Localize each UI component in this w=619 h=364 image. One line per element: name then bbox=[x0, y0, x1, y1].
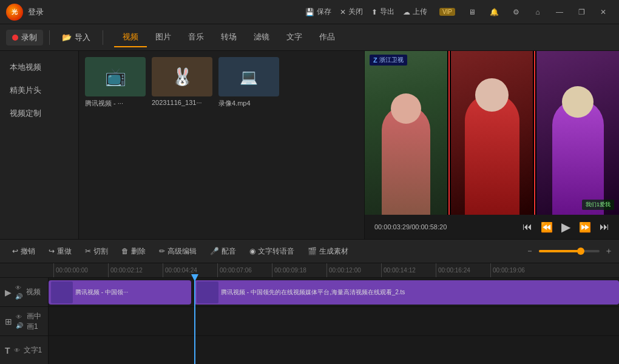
skip-to-end-button[interactable]: ⏭ bbox=[600, 221, 609, 232]
preview-watermark-text: 我们1爱我 bbox=[582, 200, 614, 210]
timeline-area: 00:00:00:00 00:00:02:12 00:00:04:24 00:0… bbox=[0, 263, 619, 364]
ruler-mark-3: 00:00:07:06 bbox=[217, 263, 272, 278]
ruler-mark-8: 00:00:19:06 bbox=[490, 263, 545, 278]
volume-decrease-icon[interactable]: － bbox=[526, 246, 534, 257]
video-clip-thumb-2 bbox=[197, 281, 218, 303]
file-actions: 💾 保存 ✕ 关闭 ⬆ 导出 ☁ 上传 bbox=[305, 7, 427, 17]
left-panel: 本地视频 精美片头 视频定制 bbox=[0, 51, 79, 239]
speech-icon: ◉ bbox=[249, 247, 255, 255]
tab-filter[interactable]: 滤镜 bbox=[245, 28, 278, 47]
ruler-mark-1: 00:00:02:12 bbox=[108, 263, 163, 278]
video-clip-1[interactable]: 腾讯视频 - 中国领··· bbox=[49, 280, 191, 305]
tab-music[interactable]: 音乐 bbox=[180, 28, 212, 47]
track-text-name: 文字1 bbox=[24, 345, 42, 356]
track-video-eye-icon[interactable]: 👁 bbox=[15, 285, 22, 291]
speech-to-text-button[interactable]: ◉ 文字转语音 bbox=[243, 244, 300, 259]
text-track-icon: T bbox=[5, 346, 10, 356]
win-minimize-button[interactable]: — bbox=[550, 4, 569, 21]
record-button[interactable]: 录制 bbox=[6, 30, 43, 46]
tab-video[interactable]: 视频 bbox=[114, 28, 147, 47]
media-item-1[interactable]: 🐰 20231116_131··· bbox=[152, 57, 212, 108]
person-head-1 bbox=[391, 93, 421, 124]
save-button[interactable]: 💾 保存 bbox=[305, 7, 331, 17]
video-clip-thumb-1 bbox=[51, 281, 73, 303]
volume-increase-icon[interactable]: ＋ bbox=[604, 246, 613, 257]
left-item-premium[interactable]: 精美片头 bbox=[0, 79, 78, 102]
dub-button[interactable]: 🎤 配音 bbox=[204, 244, 242, 259]
media-thumb-0: 📺 bbox=[85, 57, 146, 96]
ruler-mark-4: 00:00:09:18 bbox=[272, 263, 326, 278]
win-home-icon[interactable]: ⌂ bbox=[528, 4, 547, 21]
track-text-eye-icon[interactable]: 👁 bbox=[14, 347, 20, 354]
playhead[interactable] bbox=[194, 278, 195, 364]
track-pip-controls: 👁 🔊 bbox=[16, 314, 23, 329]
video-clip-2[interactable]: 腾讯视频 - 中国领先的在线视频媒体平台,海量高清视频在线观看_2.ts bbox=[194, 280, 619, 305]
cut-button[interactable]: ✂ 切割 bbox=[79, 244, 114, 259]
skip-to-start-button[interactable]: ⏮ bbox=[523, 221, 532, 232]
undo-button[interactable]: ↩ 撤销 bbox=[6, 244, 41, 259]
ruler-mark-7: 00:00:16:24 bbox=[436, 263, 490, 278]
export-button[interactable]: ⬆ 导出 bbox=[371, 7, 394, 17]
person-body-2 bbox=[465, 93, 519, 215]
media-thumb-2: 💻 bbox=[218, 57, 279, 96]
play-button[interactable]: ▶ bbox=[561, 220, 570, 234]
preview-controls: 00:00:03:29/00:00:58:20 ⏮ ⏪ ▶ ⏩ ⏭ bbox=[365, 215, 619, 239]
preview-mosaic: Z 浙江卫视 bbox=[365, 51, 619, 215]
timeline-ruler: 00:00:00:00 00:00:02:12 00:00:04:24 00:0… bbox=[0, 263, 619, 278]
import-button[interactable]: 📂 导入 bbox=[56, 30, 96, 46]
generate-icon: 🎬 bbox=[308, 247, 317, 255]
person-head-2 bbox=[475, 78, 509, 112]
redo-button[interactable]: ↪ 重做 bbox=[42, 244, 78, 259]
track-video-controls: 👁 🔊 bbox=[15, 285, 22, 300]
track-text: T 👁 文字1 bbox=[0, 336, 619, 364]
win-monitor-icon[interactable]: 🖥 bbox=[462, 4, 482, 21]
left-item-local[interactable]: 本地视频 bbox=[0, 56, 78, 79]
delete-button[interactable]: 🗑 删除 bbox=[115, 244, 152, 259]
generate-material-button[interactable]: 🎬 生成素材 bbox=[302, 244, 354, 259]
person-head-3 bbox=[562, 86, 594, 118]
tab-works[interactable]: 作品 bbox=[311, 28, 343, 47]
app-title: 登录 bbox=[28, 7, 44, 18]
pip-track-icon: ⊞ bbox=[5, 317, 12, 326]
title-bar-left: 光 登录 bbox=[6, 4, 44, 21]
step-back-button[interactable]: ⏪ bbox=[541, 221, 553, 233]
track-video: ▶ 👁 🔊 视频 腾讯视频 - 中国领··· 腾讯视频 - 中国领先的在线视频媒… bbox=[0, 278, 619, 307]
close-button[interactable]: ✕ 关闭 bbox=[340, 7, 363, 17]
upload-button[interactable]: ☁ 上传 bbox=[403, 7, 427, 17]
playback-controls: ⏮ ⏪ ▶ ⏩ ⏭ bbox=[523, 220, 609, 234]
volume-slider[interactable] bbox=[539, 250, 600, 252]
media-items: 📺 腾讯视频 - ··· 🐰 20231116_131··· 💻 录像4.mp4 bbox=[85, 57, 358, 108]
divider-1 bbox=[448, 51, 450, 215]
volume-thumb[interactable] bbox=[577, 248, 584, 255]
preview-panel: Z 浙江卫视 bbox=[364, 51, 619, 239]
media-label-1: 20231116_131··· bbox=[152, 99, 212, 106]
tab-image[interactable]: 图片 bbox=[147, 28, 180, 47]
track-video-audio-icon[interactable]: 🔊 bbox=[15, 293, 22, 300]
win-settings-icon[interactable]: ⚙ bbox=[506, 4, 526, 21]
vip-badge[interactable]: VIP bbox=[439, 8, 455, 16]
media-label-2: 录像4.mp4 bbox=[218, 99, 279, 108]
track-text-controls: 👁 bbox=[14, 347, 20, 354]
track-video-label: ▶ 👁 🔊 视频 bbox=[0, 278, 49, 306]
advanced-edit-button[interactable]: ✏ 高级编辑 bbox=[153, 244, 203, 259]
undo-icon: ↩ bbox=[12, 247, 18, 255]
win-maximize-button[interactable]: ❐ bbox=[572, 4, 591, 21]
tab-text[interactable]: 文字 bbox=[278, 28, 311, 47]
track-pip-eye-icon[interactable]: 👁 bbox=[16, 314, 23, 320]
video-clip-label-1: 腾讯视频 - 中国领··· bbox=[75, 288, 128, 297]
left-item-custom[interactable]: 视频定制 bbox=[0, 102, 78, 125]
app-logo: 光 bbox=[6, 4, 23, 21]
channel-label: 浙江卫视 bbox=[379, 56, 404, 64]
media-item-2[interactable]: 💻 录像4.mp4 bbox=[218, 57, 279, 108]
win-close-button[interactable]: ✕ bbox=[594, 4, 613, 21]
video-track-icon: ▶ bbox=[5, 288, 12, 297]
timeline-tracks: ▶ 👁 🔊 视频 腾讯视频 - 中国领··· 腾讯视频 - 中国领先的在线视频媒… bbox=[0, 278, 619, 364]
step-forward-button[interactable]: ⏩ bbox=[579, 221, 591, 233]
ruler-marks: 00:00:00:00 00:00:02:12 00:00:04:24 00:0… bbox=[53, 263, 614, 278]
import-icon: 📂 bbox=[62, 33, 72, 42]
win-bell-icon[interactable]: 🔔 bbox=[484, 4, 504, 21]
media-item-0[interactable]: 📺 腾讯视频 - ··· bbox=[85, 57, 146, 108]
track-video-content: 腾讯视频 - 中国领··· 腾讯视频 - 中国领先的在线视频媒体平台,海量高清视… bbox=[49, 278, 619, 306]
track-pip-audio-icon[interactable]: 🔊 bbox=[16, 322, 23, 329]
tab-transition[interactable]: 转场 bbox=[212, 28, 245, 47]
